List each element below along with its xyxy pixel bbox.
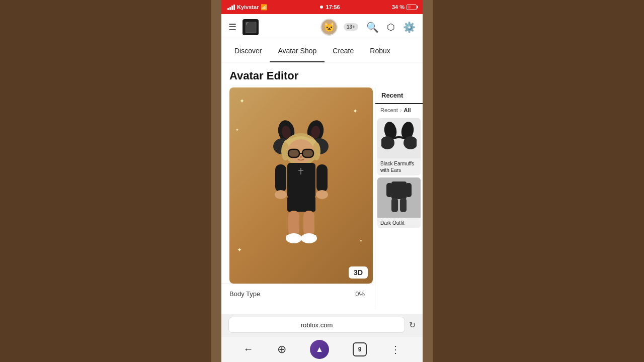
signal-icon [227, 5, 235, 10]
item-name-earmuffs: Black Earmuffs with Ears [377, 158, 421, 175]
tab-count-badge[interactable]: 9 [353, 342, 367, 356]
sparkle-4: ✦ [235, 128, 239, 132]
sparkle-1: ✦ [239, 98, 245, 105]
breadcrumb-chevron-icon: › [400, 107, 402, 113]
clock-time: 17:56 [326, 4, 340, 10]
breadcrumb-current[interactable]: All [404, 107, 411, 113]
status-right: 34 % [392, 4, 417, 10]
new-tab-button[interactable]: ⊕ [277, 343, 286, 356]
svg-point-18 [300, 156, 302, 158]
hexagon-icon[interactable]: ⬡ [387, 22, 395, 33]
back-button[interactable]: ← [244, 343, 254, 355]
item-image-earmuffs [377, 118, 421, 158]
battery-icon [407, 5, 417, 10]
url-text: roblox.com [301, 321, 333, 329]
sparkle-2: ✦ [353, 108, 358, 115]
url-bar: roblox.com ↻ [221, 314, 423, 336]
svg-rect-16 [288, 149, 299, 157]
svg-rect-19 [287, 163, 315, 198]
earmuffs-svg [381, 121, 417, 156]
roblox-logo: ⬛ [243, 19, 259, 35]
right-blur [433, 0, 644, 362]
settings-icon[interactable]: ⚙️ [403, 21, 416, 33]
item-grid: Black Earmuffs with Ears [375, 116, 423, 309]
home-button[interactable]: ▲ [310, 340, 329, 359]
item-image-outfit [377, 177, 421, 218]
clock-icon [320, 6, 323, 9]
avatar-icon[interactable]: 🐱 [320, 19, 338, 36]
sparkle-5: ✦ [359, 239, 363, 243]
avatar-character-svg [251, 110, 352, 261]
svg-rect-17 [302, 149, 313, 157]
wifi-icon: 📶 [261, 4, 268, 11]
svg-rect-32 [305, 235, 316, 240]
3d-button[interactable]: 3D [349, 266, 368, 279]
avatar-preview: ✦ ✦ ✦ ✦ ✦ [229, 87, 373, 284]
carrier-name: Kyivstar [237, 4, 259, 10]
url-input[interactable]: roblox.com [228, 317, 405, 333]
more-options-icon[interactable]: ⋮ [390, 343, 400, 355]
svg-rect-26 [287, 197, 315, 212]
svg-rect-40 [391, 198, 398, 212]
left-blur [0, 0, 211, 362]
item-name-outfit: Dark Outfit [377, 218, 421, 228]
outfit-svg [384, 179, 414, 217]
main-nav-tabs: Discover Avatar Shop Create Robux [221, 40, 423, 62]
svg-rect-22 [275, 164, 286, 192]
svg-rect-27 [288, 211, 299, 236]
body-type-percent: 0% [355, 290, 365, 298]
status-center: 17:56 [320, 4, 340, 10]
bottom-bar: ← ⊕ ▲ 9 ⋮ [221, 336, 423, 362]
age-badge: 13+ [344, 23, 358, 31]
recent-tab[interactable]: Recent [375, 87, 423, 104]
page-content: Avatar Editor ✦ ✦ ✦ ✦ ✦ [221, 62, 423, 314]
status-left: Kyivstar 📶 [227, 4, 268, 11]
item-card-earmuffs[interactable]: Black Earmuffs with Ears [377, 118, 421, 175]
body-type-bar: Body Type 0% [221, 284, 373, 304]
top-nav-bar: ☰ ⬛ 🐱 13+ 🔍 ⬡ ⚙️ [221, 14, 423, 40]
search-icon[interactable]: 🔍 [366, 21, 379, 33]
svg-point-25 [316, 190, 328, 199]
svg-point-24 [275, 190, 287, 199]
item-card-outfit[interactable]: Dark Outfit [377, 177, 421, 228]
breadcrumb-parent[interactable]: Recent [380, 107, 398, 113]
tab-discover[interactable]: Discover [226, 40, 270, 62]
hamburger-icon[interactable]: ☰ [228, 22, 236, 33]
svg-rect-30 [286, 235, 297, 240]
svg-rect-23 [316, 164, 328, 192]
svg-rect-28 [303, 211, 314, 236]
status-bar: Kyivstar 📶 17:56 34 % [221, 0, 423, 14]
phone-frame: Kyivstar 📶 17:56 34 % ☰ ⬛ 🐱 13+ 🔍 ⬡ ⚙️ [221, 0, 423, 362]
tab-create[interactable]: Create [325, 40, 362, 62]
editor-area: ✦ ✦ ✦ ✦ ✦ [221, 87, 423, 309]
page-title: Avatar Editor [221, 62, 423, 87]
svg-rect-38 [386, 183, 392, 197]
svg-rect-39 [406, 183, 412, 197]
right-panel: Recent Recent › All [375, 87, 423, 309]
breadcrumb: Recent › All [375, 104, 423, 116]
reload-icon[interactable]: ↻ [409, 320, 416, 330]
battery-percent: 34 % [392, 4, 405, 10]
body-type-label: Body Type [229, 290, 260, 298]
svg-rect-41 [400, 198, 407, 212]
svg-rect-37 [391, 182, 407, 199]
tab-robux[interactable]: Robux [362, 40, 398, 62]
home-icon: ▲ [315, 345, 324, 354]
sparkle-3: ✦ [237, 246, 242, 253]
tab-avatar-shop[interactable]: Avatar Shop [270, 40, 325, 62]
